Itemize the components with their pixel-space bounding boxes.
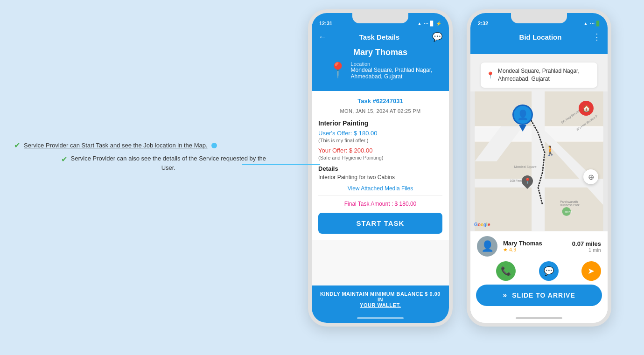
your-offer: Your Offer: $ 200.00	[318, 147, 442, 154]
check-icon-1: ✔	[14, 140, 20, 151]
user-info: Mary Thomas 📍 Location Mondeal Square, P…	[318, 48, 442, 84]
user-offer-note: (This is my final offer.)	[318, 138, 442, 143]
distance-time: 1 min	[572, 247, 601, 253]
app-header-2: Bid Location ⋮	[470, 28, 608, 54]
status-icons-2: ▲ ⋯ ▊	[583, 21, 600, 26]
pin-triangle	[519, 125, 526, 132]
notch-1	[352, 13, 408, 23]
user-name: Mary Thomas	[318, 48, 442, 57]
annotation-text-2: Service Provider can also see the detail…	[71, 154, 266, 172]
walking-icon: 🚶	[545, 145, 556, 156]
start-task-button[interactable]: START TASK	[318, 213, 442, 234]
message-button[interactable]: 💬	[539, 261, 559, 281]
wallet-text: KINDLY MAINTAIN MINIMUM BALANCE $ 0.00 I…	[320, 291, 441, 308]
address-line1: Mondeal Square, Prahlad Nagar,	[351, 67, 433, 73]
search-address-2: Ahmedabad, Gujarat	[498, 75, 580, 83]
action-buttons-row: 📞 💬 ➤	[470, 261, 608, 285]
location-label: Location	[351, 61, 433, 67]
user-avatar-map: 👤	[512, 104, 533, 125]
provider-name: Mary Thomas	[503, 240, 567, 247]
phone1-content: Task #62247031 MON, JAN 15, 2024 AT 02:2…	[312, 91, 449, 285]
slide-container: » SLIDE TO ARRIVE	[470, 285, 608, 313]
annotation-area: ✔ Service Provider can Start Task and se…	[14, 140, 266, 177]
svg-text:Iscon: Iscon	[565, 210, 572, 214]
task-date: MON, JAN 15, 2024 AT 02:25 PM	[318, 108, 442, 114]
search-pin-icon: 📍	[486, 71, 494, 79]
menu-button[interactable]: ⋮	[593, 32, 601, 42]
map-area: SG Hwy Service Rd SG Hwy Service P 100 F…	[470, 91, 608, 231]
wallet-text-underline: YOUR WALLET.	[360, 302, 401, 308]
slide-arrows: »	[503, 291, 507, 299]
your-offer-note: (Safe and Hygienic Painting)	[318, 155, 442, 160]
google-logo: Google	[474, 222, 490, 227]
details-heading: Details	[318, 165, 442, 172]
home-indicator-2	[516, 317, 562, 319]
svg-text:Business Park: Business Park	[560, 203, 580, 207]
location-pin-icon: 📍	[329, 61, 347, 79]
task-number: Task #62247031	[318, 97, 442, 104]
locate-icon[interactable]: ⊕	[583, 169, 598, 184]
call-button[interactable]: 📞	[496, 261, 516, 281]
status-icons-1: ▲ ⋯ ▊ ⚡	[417, 21, 441, 26]
wallet-banner: KINDLY MAINTAIN MINIMUM BALANCE $ 0.00 I…	[312, 285, 449, 313]
user-map-pin: 👤	[512, 104, 533, 132]
dest-pin-icon: 📍	[519, 173, 535, 189]
home-indicator-1	[357, 317, 404, 319]
back-button-1[interactable]: ←	[318, 32, 327, 42]
user-offer: User's Offer: $ 180.00	[318, 130, 442, 137]
notch-2	[511, 13, 567, 23]
time-1: 12:31	[319, 21, 332, 26]
address-line2: Ahmedabad, Gujarat	[351, 73, 433, 80]
media-link[interactable]: View Attached Media Files	[318, 185, 442, 196]
provider-rating: ★ 4.9	[503, 247, 567, 253]
provider-info: Mary Thomas ★ 4.9	[503, 240, 567, 253]
header-title-1: Task Details	[327, 33, 432, 41]
location-search-bar: 📍 Mondeal Square, Prahlad Nagar, Ahmedab…	[481, 63, 597, 88]
bottom-info-panel: 👤 Mary Thomas ★ 4.9 0.07 miles 1 min 📞 💬…	[470, 231, 608, 313]
house-pin: 🏠	[579, 101, 594, 116]
home-bar-2	[470, 313, 608, 323]
header-title-2: Bid Location	[488, 33, 593, 41]
connector-line	[242, 164, 320, 165]
check-icon-2: ✔	[61, 154, 67, 165]
phone-bid-location: 2:32 ▲ ⋯ ▊ Bid Location ⋮ 📍 Mondeal Squa…	[467, 9, 611, 327]
annotation-text-1: Service Provider can Start Task and see …	[24, 141, 208, 150]
provider-panel: 👤 Mary Thomas ★ 4.9 0.07 miles 1 min	[470, 231, 608, 261]
search-address-1: Mondeal Square, Prahlad Nagar,	[498, 67, 580, 75]
details-text: Interior Painting for two Cabins	[318, 174, 442, 181]
distance-info: 0.07 miles 1 min	[572, 240, 601, 253]
svg-rect-5	[532, 91, 545, 231]
phones-container: 12:31 ▲ ⋯ ▊ ⚡ ← Task Details 💬 Mary Thom…	[308, 9, 611, 327]
provider-avatar: 👤	[477, 236, 497, 257]
svg-text:Parshwanath: Parshwanath	[560, 200, 578, 203]
distance-miles: 0.07 miles	[572, 240, 601, 247]
slide-to-arrive-button[interactable]: » SLIDE TO ARRIVE	[476, 285, 602, 306]
final-amount: Final Task Amount : $ 180.00	[318, 201, 442, 207]
service-title: Interior Painting	[318, 119, 442, 127]
navigate-button[interactable]: ➤	[581, 261, 601, 281]
chat-icon-1[interactable]: 💬	[432, 32, 442, 42]
svg-text:Mondeal Square: Mondeal Square	[514, 165, 537, 168]
destination-pin: 📍	[522, 175, 533, 187]
time-2: 2:32	[478, 21, 488, 26]
phone-task-details: 12:31 ▲ ⋯ ▊ ⚡ ← Task Details 💬 Mary Thom…	[308, 9, 453, 327]
app-header-1: ← Task Details 💬 Mary Thomas 📍 Location …	[312, 28, 449, 91]
task-card: Task #62247031 MON, JAN 15, 2024 AT 02:2…	[312, 91, 449, 240]
slide-label: SLIDE TO ARRIVE	[512, 292, 575, 299]
search-section: 📍 Mondeal Square, Prahlad Nagar, Ahmedab…	[470, 54, 608, 91]
connector-dot	[211, 143, 217, 148]
home-bar-1	[312, 313, 449, 323]
